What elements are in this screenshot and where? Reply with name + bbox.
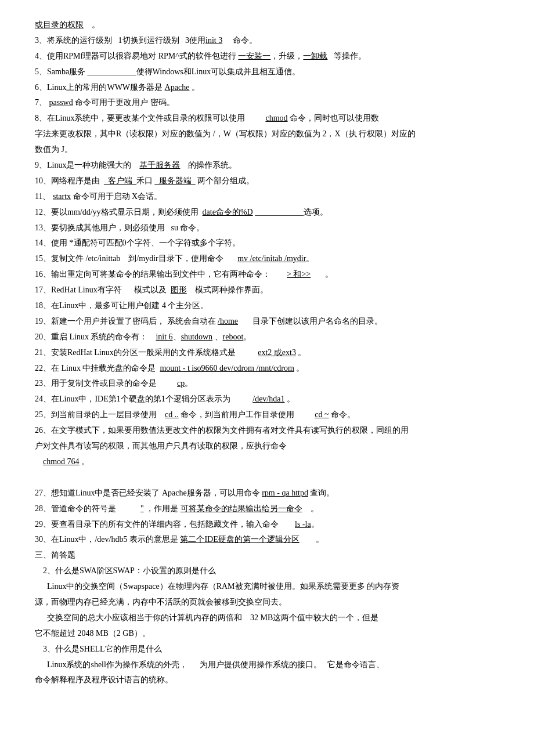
cp-text: cp [177, 379, 185, 388]
line-16: 15、复制文件 /etc/inittab 到/mydir目录下，使用命令 mv … [35, 251, 499, 266]
line-18: 17、RedHat Linux有字符 模式以及 图形 模式两种操作界面。 [35, 283, 499, 298]
question-3-body-2: 命令解释程序及程序设计语言的统称。 [35, 672, 499, 688]
shutdown-text: shutdown [181, 332, 212, 341]
question-2-body-1: Linux中的交换空间（Swapspace）在物理内存（RAM被充满时被使用。如… [35, 579, 499, 594]
second-ide-text: 第二个IDE硬盘的第一个逻辑分区 [180, 535, 299, 544]
line-3: 4、使用RPMf理器可以很容易地对 RPM^式的软件包进行 一安装一，升级，一卸… [35, 49, 499, 64]
line-33: 29、要查看目录下的所有文件的详细内容，包括隐藏文件，输入命令 ls -la。 [35, 517, 499, 532]
line-27: 26、在文字模式下，如果要用数值法更改文件的权限为文件拥有者对文件具有读写执行的… [35, 423, 499, 438]
ls-la-text: ls -la [295, 520, 311, 529]
reboot-text: reboot [223, 332, 244, 341]
line-19: 18、在Linux中，最多可让用户创建 4 个主分区。 [35, 298, 499, 313]
graphic-text: 图形 [171, 285, 187, 294]
line-14: 13、要切换成其他用户，则必须使用 su 命令。 [35, 220, 499, 236]
redirect-text: > 和>> [287, 270, 311, 278]
line-24: 23、用于复制文件或目录的命令是 cp。 [35, 376, 499, 391]
home-text: /home [218, 317, 238, 325]
line-32: 28、管道命令的符号是 " ，作用是 可将某命令的结果输出给另一命令 。 [35, 501, 499, 516]
line-6: 7、 passwd 命令可用于更改用户 密码。 [35, 95, 499, 110]
rpm-cmd-text: rpm - qa httpd [262, 489, 308, 497]
question-3-title: 3、什么是SHELL它的作用是什么 [35, 642, 499, 657]
line-5: 6、Linux上的常用的WWW服务器是 Apache 。 [35, 80, 499, 95]
line-4: 5、Samba服务 ____________使得Windows和Linux可以集… [35, 64, 499, 79]
startx-text: startx [53, 192, 71, 201]
line-2: 3、将系统的运行级别 1切换到运行级别 3使用init 3 命令。 [35, 33, 499, 48]
question-2-body-2: 源，而物理内存已经充满，内存中不活跃的页就会被移到交换空间去。 [35, 595, 499, 610]
line-13: 12、要以mm/dd/yy格式显示日期，则必须使用 date命令的%D ____… [35, 205, 499, 220]
install-text: 一安装一 [238, 52, 270, 60]
line-9: 数值为 J。 [35, 142, 499, 157]
line-20: 19、新建一个用户并设置了密码后， 系统会自动在 /home 目录下创建以该用户… [35, 314, 499, 329]
section-title: 三、简答题 [35, 548, 499, 563]
server-side-text: _服务器端_ [155, 176, 196, 185]
question-2-body-4: 它不能超过 2048 MB（2 GB）。 [35, 626, 499, 641]
cd-dot-text: cd .. [165, 410, 179, 419]
line-15: 14、使用 *通配符可匹配0个字符、一个字符或多个字符。 [35, 236, 499, 251]
question-2-title: 2、什么是SWA阶区SWAP：小设置的原则是什么 [35, 563, 499, 578]
pipe-symbol-text: " [140, 504, 144, 513]
line-17: 16、输出重定向可将某命令的结果输出到文件中，它有两种命令： > 和>> 。 [35, 267, 499, 282]
line-23: 22、在 Linux 中挂载光盘的命令是 mount - t iso9660 d… [35, 361, 499, 376]
or-directory-text: 或目录的权限 [35, 20, 84, 29]
line-28: 户对文件具有读写的权限，而其他用户只具有读取的权限，应执行命令 [35, 439, 499, 454]
init6-text: init 6 [156, 332, 172, 341]
line-12: 11、 startx 命令可用于启动 X会话。 [35, 189, 499, 204]
line-8: 字法来更改权限，其中R（读权限）对应的数值为 /，W（写权限）对应的数值为 2，… [35, 126, 499, 142]
question-2-body-3: 交换空间的总大小应该相当于你的计算机内存的两倍和 32 MB这两个值中较大的一个… [35, 610, 499, 625]
line-7: 8、在Linux系统中，要更改某个文件或目录的权限可以使用 chmod 命令，同… [35, 111, 499, 126]
server-based-text: 基于服务器 [139, 161, 180, 169]
line-1: 或目录的权限 。 [35, 17, 499, 32]
line-21: 20、重启 Linux 系统的命令有： init 6、shutdown 、reb… [35, 330, 499, 345]
mount-cmd-text: mount - t iso9660 dev/cdrom /mnt/cdrom [160, 364, 294, 372]
cd-tilde-text: cd ~ [315, 410, 329, 419]
passwd-text: passwd [49, 98, 73, 107]
ext2-ext3-text: ext2 或ext3 [258, 348, 296, 357]
client-text: _客户端_ [104, 176, 136, 185]
question-3-body-1: Linux系统的shell作为操作系统的外壳， 为用户提供使用操作系统的接口。 … [35, 657, 499, 672]
line-29: chmod 764 。 [35, 454, 499, 469]
apache-text: Apache [165, 83, 190, 92]
init3-text: init 3 [205, 36, 222, 45]
date-cmd-text: date命令的%D [203, 208, 253, 216]
chmod-text: chmod [265, 114, 287, 122]
line-30 [35, 470, 499, 485]
page-content: 或目录的权限 。 3、将系统的运行级别 1切换到运行级别 3使用init 3 命… [35, 17, 499, 688]
line-34: 30、在Linux中，/dev/hdb5 表示的意思是 第二个IDE硬盘的第一个… [35, 532, 499, 547]
line-22: 21、安装RedHat Linux的分区一般采用的文件系统格式是 ext2 或e… [35, 345, 499, 360]
line-10: 9、Linux是一种功能强大的 基于服务器 的操作系统。 [35, 158, 499, 173]
chmod764-text: chmod 764 [43, 457, 80, 466]
mv-cmd-text: mv /etc/initab /mydir [237, 254, 306, 263]
dev-hda1-text: /dev/hda1 [252, 395, 284, 403]
line-25: 24、在Linux中，IDE第1个硬盘的第1个逻辑分区表示为 /dev/hda1… [35, 392, 499, 407]
unload-text: 一卸载 [303, 52, 327, 60]
line-31: 27、想知道Linux中是否已经安装了 Apache服务器，可以用命令 rpm … [35, 486, 499, 501]
pipe-result-text: 可将某命令的结果输出给另一命令 [181, 504, 302, 513]
line-26: 25、到当前目录的上一层目录使用 cd .. 命令，到当前用户工作目录使用 cd… [35, 407, 499, 422]
line-11: 10、网络程序是由 _客户端_禾口 _服务器端_ 两个部分组成。 [35, 173, 499, 189]
